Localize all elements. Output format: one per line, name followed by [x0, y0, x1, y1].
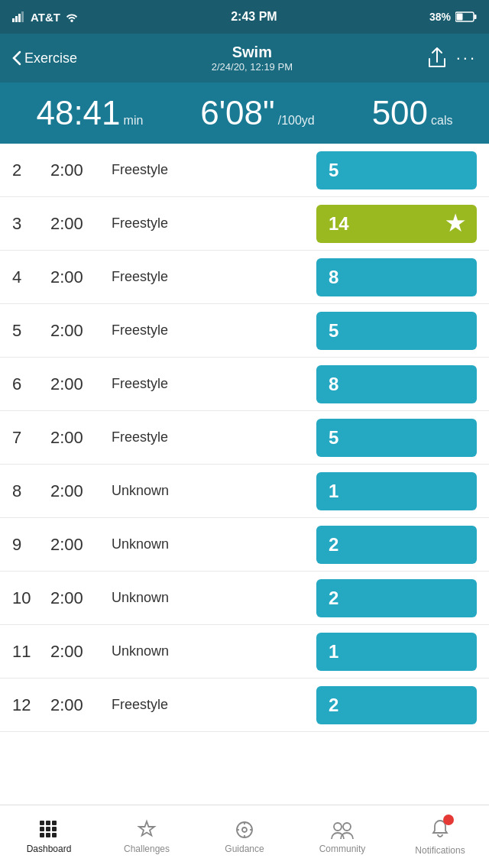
- nav-actions: ···: [427, 47, 477, 70]
- row-time: 2:00: [50, 428, 112, 448]
- tab-dashboard-label: Dashboard: [27, 844, 72, 854]
- svg-rect-7: [40, 821, 44, 825]
- table-row[interactable]: 42:00Freestyle8: [0, 251, 489, 304]
- row-number: 12: [12, 695, 50, 715]
- row-number: 6: [12, 374, 50, 394]
- svg-rect-14: [46, 833, 50, 837]
- laps-value: 5: [329, 320, 338, 342]
- row-time: 2:00: [50, 588, 112, 608]
- row-number: 5: [12, 321, 50, 341]
- svg-rect-9: [52, 821, 57, 825]
- row-time: 2:00: [50, 374, 112, 394]
- stats-bar: 48:41 min 6'08" /100yd 500 cals: [0, 83, 489, 144]
- svg-rect-11: [46, 827, 50, 831]
- challenges-icon: [136, 819, 157, 840]
- row-laps-badge: 8: [316, 258, 477, 296]
- laps-value: 5: [329, 427, 338, 449]
- row-stroke: Unknown: [112, 483, 316, 500]
- tab-notifications-label: Notifications: [415, 845, 465, 856]
- row-stroke: Freestyle: [112, 429, 316, 446]
- signal-icon: [12, 11, 26, 22]
- battery-icon: [455, 11, 477, 22]
- svg-point-23: [343, 823, 351, 831]
- row-laps-badge: 14★: [316, 205, 477, 243]
- svg-point-22: [334, 823, 342, 831]
- row-laps-badge: 1: [316, 472, 477, 510]
- row-number: 4: [12, 267, 50, 287]
- back-label: Exercise: [24, 50, 77, 66]
- row-stroke: Freestyle: [112, 376, 316, 393]
- row-number: 8: [12, 481, 50, 501]
- laps-value: 8: [329, 267, 338, 288]
- row-time: 2:00: [50, 321, 112, 341]
- table-row[interactable]: 102:00Unknown2: [0, 572, 489, 625]
- row-laps-badge: 5: [316, 419, 477, 457]
- calories-value: 500: [372, 94, 428, 132]
- tab-community[interactable]: Community: [293, 805, 391, 868]
- row-stroke: Freestyle: [112, 269, 316, 286]
- row-number: 10: [12, 588, 50, 608]
- row-time: 2:00: [50, 481, 112, 501]
- table-row[interactable]: 112:00Unknown1: [0, 625, 489, 679]
- workout-subtitle: 2/24/20, 12:19 PM: [212, 61, 293, 73]
- table-row[interactable]: 72:00Freestyle5: [0, 411, 489, 465]
- calories-unit: cals: [431, 114, 452, 128]
- row-laps-badge: 5: [316, 151, 477, 189]
- laps-value: 1: [329, 481, 338, 502]
- svg-rect-2: [18, 14, 21, 22]
- table-row[interactable]: 82:00Unknown1: [0, 465, 489, 518]
- row-stroke: Freestyle: [112, 697, 316, 714]
- dashboard-icon: [38, 819, 60, 840]
- row-number: 11: [12, 642, 50, 662]
- notifications-badge: [429, 818, 451, 842]
- table-row[interactable]: 32:00Freestyle14★: [0, 197, 489, 251]
- duration-unit: min: [124, 114, 144, 128]
- table-row[interactable]: 22:00Freestyle5: [0, 144, 489, 197]
- laps-value: 2: [329, 695, 338, 716]
- row-laps-badge: 2: [316, 686, 477, 724]
- row-laps-badge: 2: [316, 526, 477, 564]
- duration-value: 48:41: [36, 94, 120, 132]
- svg-rect-12: [52, 827, 57, 831]
- row-stroke: Freestyle: [112, 215, 316, 232]
- row-number: 3: [12, 214, 50, 234]
- share-icon[interactable]: [427, 47, 447, 70]
- tab-guidance[interactable]: Guidance: [196, 805, 293, 868]
- best-lap-star: ★: [445, 211, 465, 236]
- svg-rect-3: [21, 11, 24, 22]
- back-button[interactable]: Exercise: [12, 50, 77, 66]
- row-stroke: Freestyle: [112, 322, 316, 339]
- notification-dot: [443, 815, 454, 825]
- table-row[interactable]: 52:00Freestyle5: [0, 304, 489, 358]
- workout-title: Swim: [212, 44, 293, 61]
- laps-value: 5: [329, 160, 338, 181]
- more-icon[interactable]: ···: [456, 48, 477, 68]
- table-row[interactable]: 92:00Unknown2: [0, 518, 489, 572]
- laps-value: 8: [329, 374, 338, 395]
- row-time: 2:00: [50, 535, 112, 555]
- row-laps-badge: 5: [316, 312, 477, 350]
- table-row[interactable]: 62:00Freestyle8: [0, 358, 489, 411]
- row-number: 9: [12, 535, 50, 555]
- row-stroke: Freestyle: [112, 162, 316, 179]
- nav-title: Swim 2/24/20, 12:19 PM: [212, 44, 293, 73]
- wifi-icon: [65, 11, 79, 22]
- tab-dashboard[interactable]: Dashboard: [0, 805, 98, 868]
- pace-stat: 6'08" /100yd: [200, 94, 314, 132]
- svg-point-17: [242, 828, 247, 832]
- tab-challenges[interactable]: Challenges: [98, 805, 196, 868]
- status-bar: AT&T 2:43 PM 38%: [0, 0, 489, 34]
- laps-value: 1: [329, 641, 338, 662]
- table-row[interactable]: 122:00Freestyle2: [0, 679, 489, 732]
- tab-community-label: Community: [319, 844, 366, 854]
- tab-notifications[interactable]: Notifications: [391, 805, 489, 868]
- row-time: 2:00: [50, 160, 112, 180]
- laps-value: 2: [329, 534, 338, 555]
- row-number: 7: [12, 428, 50, 448]
- chevron-left-icon: [12, 50, 21, 66]
- row-time: 2:00: [50, 695, 112, 715]
- row-laps-badge: 1: [316, 633, 477, 671]
- laps-value: 14: [329, 213, 349, 235]
- laps-value: 2: [329, 588, 338, 609]
- row-number: 2: [12, 160, 50, 180]
